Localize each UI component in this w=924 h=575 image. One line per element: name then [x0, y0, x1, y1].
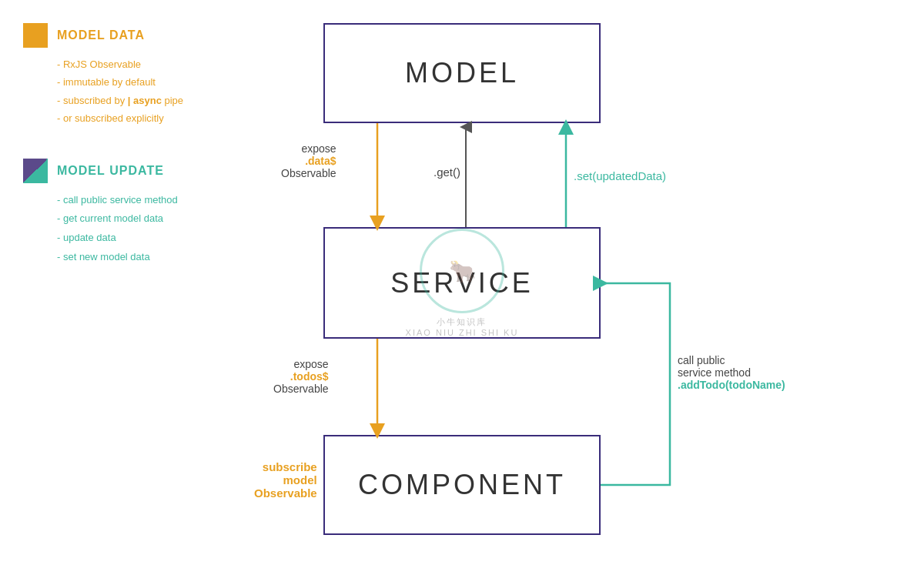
call-public-label: call public service method .addTodo(todo…	[678, 354, 785, 391]
call-public-text: call public	[678, 354, 785, 366]
legend-update-line-1: - call public service method	[57, 191, 183, 210]
legend-model-update: MODEL UPDATE	[23, 159, 183, 183]
component-box: COMPONENT	[323, 435, 601, 535]
legend-model-data-desc: - RxJS Observable - immutable by default…	[57, 55, 183, 128]
legend-desc-line-3: - subscribed by | async pipe	[57, 92, 183, 109]
model-sub-text: model	[254, 473, 317, 486]
component-label: COMPONENT	[358, 469, 566, 501]
legend-box-orange	[23, 23, 48, 48]
legend-desc-line-1: - RxJS Observable	[57, 55, 183, 73]
legend: MODEL DATA - RxJS Observable - immutable…	[23, 23, 183, 266]
legend-model-data-title: MODEL DATA	[57, 28, 145, 42]
service-method-text: service method	[678, 366, 785, 379]
legend-update-line-2: - get current model data	[57, 209, 183, 229]
legend-model-update-title: MODEL UPDATE	[57, 164, 164, 178]
get-label: .get()	[434, 165, 460, 179]
subscribe-label: subscribe model Observable	[254, 460, 317, 500]
legend-desc-line-4: - or subscribed explicitly	[57, 109, 183, 127]
expose-data-text: expose	[281, 142, 336, 155]
expose-todos-label: expose .todos$ Observable	[273, 358, 329, 395]
service-label: SERVICE	[390, 267, 533, 299]
observable3-text: Observable	[254, 486, 317, 500]
legend-update-line-4: - set new model data	[57, 248, 183, 267]
set-text: .set(updatedData)	[574, 169, 666, 182]
expose-todos-text: expose	[273, 358, 329, 370]
observable2-text: Observable	[273, 383, 329, 395]
add-todo-text: .addTodo(todoName)	[678, 379, 785, 391]
get-text: .get()	[434, 165, 460, 179]
service-box: SERVICE	[323, 227, 601, 339]
subscribe-text: subscribe	[254, 460, 317, 473]
legend-update-line-3: - update data	[57, 229, 183, 248]
legend-box-purple	[23, 159, 48, 183]
data-dollar-text: .data$	[281, 155, 336, 167]
model-box: MODEL	[323, 23, 601, 123]
diagram-container: MODEL DATA - RxJS Observable - immutable…	[0, 0, 924, 575]
expose-data-label: expose .data$ Observable	[281, 142, 336, 179]
legend-model-data: MODEL DATA	[23, 23, 183, 48]
model-label: MODEL	[405, 57, 519, 89]
todos-dollar-text: .todos$	[273, 370, 329, 383]
observable1-text: Observable	[281, 167, 336, 179]
set-label: .set(updatedData)	[574, 169, 666, 182]
legend-desc-line-2: - immutable by default	[57, 73, 183, 91]
legend-model-update-desc: - call public service method - get curre…	[57, 191, 183, 267]
